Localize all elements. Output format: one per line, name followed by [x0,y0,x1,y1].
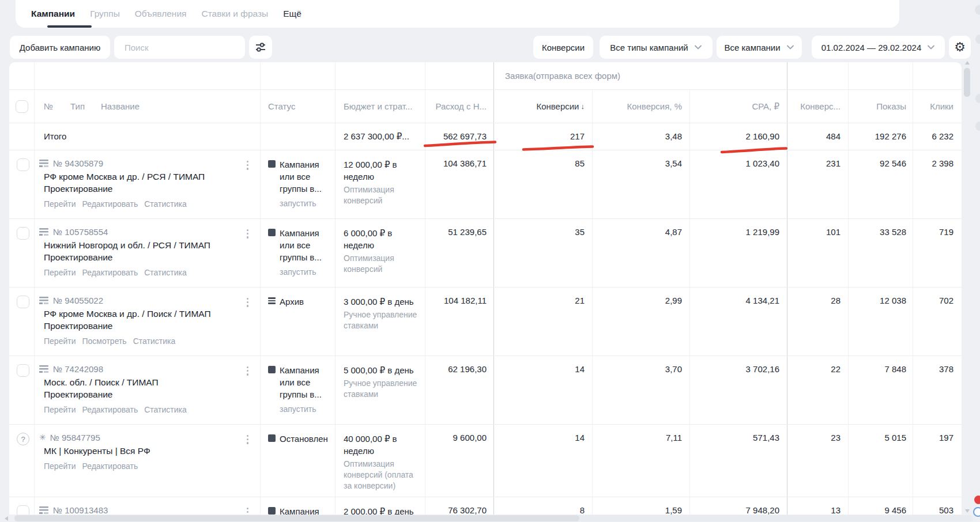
horizontal-scrollbar-track[interactable] [14,515,973,521]
vertical-scroll-down-arrow[interactable] [965,509,970,513]
search-box[interactable] [114,36,245,59]
link-stats[interactable]: Статистика [133,336,176,346]
kebab-menu-icon[interactable] [246,228,250,240]
col-conv-alt[interactable]: Конверс... [787,90,849,123]
link-edit[interactable]: Редактировать [82,268,138,277]
tab-ads[interactable]: Объявления [135,9,187,19]
cell-conv-rate: 3,54 [593,150,690,218]
master-campaign-sparkle-icon: ✳ [39,434,46,441]
campaign-id[interactable]: № 100913483 [53,505,108,515]
col-clicks[interactable]: Клики [913,90,962,123]
add-campaign-button[interactable]: Добавить кампанию [10,36,110,59]
col-conv-rate[interactable]: Конверсия, % [593,90,690,123]
link-edit[interactable]: Редактировать [82,199,138,209]
link-go[interactable]: Перейти [44,462,76,471]
link-view[interactable]: Посмотреть [82,336,126,346]
status-action-link[interactable]: запустить [280,404,330,414]
budget-amount[interactable]: 40 000,00 ₽ в неделю [344,433,418,457]
col-name[interactable]: Название [101,101,140,111]
campaigns-filter-dropdown[interactable]: Все кампании [717,36,802,59]
filter-button[interactable] [249,36,272,59]
conversions-button[interactable]: Конверсии [533,36,593,59]
cell-clicks: 719 [913,219,962,287]
gear-icon: ⚙ [954,40,966,55]
kebab-menu-icon[interactable] [246,365,250,377]
tab-more[interactable]: Ещё [283,9,301,19]
link-stats[interactable]: Статистика [144,405,187,414]
cell-conversions: 21 [494,288,593,355]
col-cpa[interactable]: CPA, ₽ [690,90,787,123]
col-impressions[interactable]: Показы [849,90,913,123]
chevron-down-icon [694,45,702,50]
row-checkbox[interactable] [17,227,29,240]
vertical-scroll-up-arrow[interactable] [965,61,970,65]
campaign-name[interactable]: МК | Конкуренты | Вся РФ [35,445,260,457]
col-status[interactable]: Статус [261,90,336,123]
budget-amount[interactable]: 6 000,00 ₽ в неделю [344,227,418,251]
campaign-types-label: Все типы кампаний [610,43,688,52]
campaign-name[interactable]: РФ кроме Москва и др. / РСЯ / ТИМАП Прое… [35,171,260,195]
link-go[interactable]: Перейти [44,405,76,414]
link-edit[interactable]: Редактировать [82,405,138,414]
col-budget[interactable]: Бюджет и страт... [336,90,425,123]
text-ad-type-icon [39,506,49,514]
help-question-icon[interactable]: ? [17,433,29,445]
campaign-id[interactable]: № 95847795 [50,433,100,442]
row-checkbox[interactable] [17,158,29,171]
settings-button[interactable]: ⚙ [949,36,971,59]
campaign-id[interactable]: № 105758554 [53,227,108,237]
cell-spend: 104 386,71 [425,150,494,218]
horizontal-scrollbar[interactable] [14,515,579,521]
status-text: Архив [280,296,304,308]
campaign-id[interactable]: № 74242098 [53,364,103,374]
vertical-scrollbar[interactable] [964,68,970,97]
cell-impressions: 5 015 [849,425,913,497]
row-checkbox[interactable] [17,364,29,377]
link-stats[interactable]: Статистика [144,268,187,277]
tab-bids-phrases[interactable]: Ставки и фразы [201,9,268,19]
campaign-name[interactable]: Моск. обл. / Поиск / ТИМАП Проектировани… [35,376,260,400]
col-type[interactable]: Тип [70,101,101,111]
budget-amount[interactable]: 5 000,00 ₽ в день [344,364,418,376]
col-conversions-sorted[interactable]: Конверсии ↓ [494,90,593,123]
cell-impressions: 92 546 [849,150,913,218]
budget-amount[interactable]: 12 000,00 ₽ в неделю [344,158,418,183]
col-spend[interactable]: Расход с Н... [425,90,494,123]
select-all-checkbox[interactable] [16,100,28,113]
totals-conv-rate: 3,48 [593,123,690,150]
date-range-label: 01.02.2024 — 29.02.2024 [821,43,921,52]
date-range-dropdown[interactable]: 01.02.2024 — 29.02.2024 [812,36,945,59]
kebab-menu-icon[interactable] [246,434,250,445]
sort-desc-icon: ↓ [581,102,585,111]
tab-groups[interactable]: Группы [90,9,120,19]
campaign-name[interactable]: РФ кроме Москва и др. / Поиск / ТИМАП Пр… [35,308,260,332]
campaign-id[interactable]: № 94055022 [53,296,103,305]
campaign-types-dropdown[interactable]: Все типы кампаний [600,36,713,59]
status-action-link[interactable]: запустить [280,199,330,208]
kebab-menu-icon[interactable] [246,297,250,308]
tab-campaigns[interactable]: Кампании [31,9,75,19]
link-stats[interactable]: Статистика [144,199,187,209]
cell-clicks: 197 [913,425,962,497]
campaigns-table: Заявка(отправка всех форм) № Тип Названи… [9,62,962,515]
cell-conversions: 8 [494,497,593,515]
cell-conv-rate: 4,87 [593,219,690,287]
horizontal-scroll-left-arrow[interactable] [5,516,8,521]
kebab-menu-icon[interactable] [246,160,250,171]
link-go[interactable]: Перейти [44,336,76,346]
row-checkbox[interactable] [17,505,29,515]
status-action-link[interactable]: запустить [280,267,330,277]
row-checkbox[interactable] [17,296,29,308]
budget-amount[interactable]: 2 000,00 ₽ в день [344,505,418,515]
link-go[interactable]: Перейти [44,199,76,209]
search-input[interactable] [123,42,229,53]
status-text: Кампания [280,505,319,515]
campaign-id[interactable]: № 94305879 [53,158,103,168]
link-go[interactable]: Перейти [44,268,76,277]
link-edit[interactable]: Редактировать [82,462,138,471]
campaign-name[interactable]: Нижний Новгород и обл. / РСЯ / ТИМАП Про… [35,239,260,263]
kebab-menu-icon[interactable] [246,506,250,515]
budget-amount[interactable]: 3 000,00 ₽ в день [344,296,418,308]
col-number[interactable]: № [44,101,70,111]
cell-spend: 51 239,65 [425,219,494,287]
